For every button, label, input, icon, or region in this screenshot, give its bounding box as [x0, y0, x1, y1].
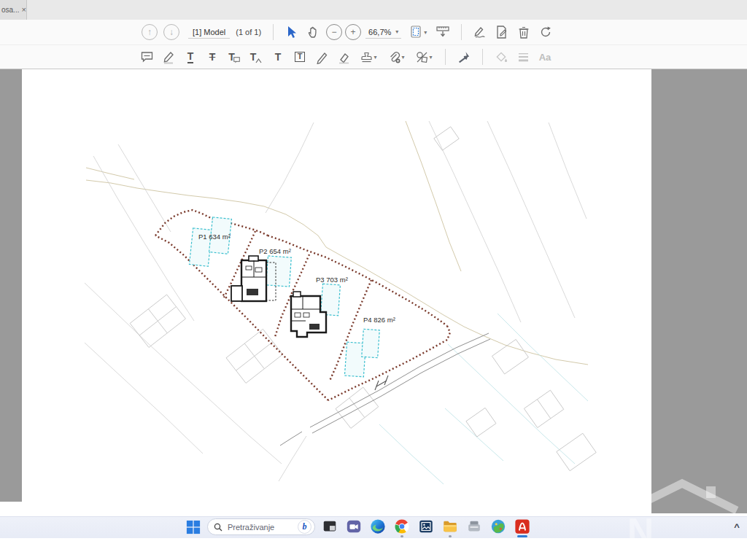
trash-icon — [516, 25, 531, 39]
replace-bubble-icon — [233, 57, 240, 63]
text-properties-button[interactable]: Aa — [534, 47, 556, 67]
plus-icon: + — [345, 24, 361, 40]
plot-label-p4: P4 826 m² — [363, 316, 395, 324]
eraser-icon — [337, 50, 351, 64]
file-explorer-icon[interactable] — [441, 518, 459, 535]
workspace-background — [651, 69, 747, 513]
page-edit-icon — [495, 25, 509, 39]
main-toolbar: ↑ ↓ [1] Model (1 of 1) − + 66,7% ▾ — [0, 20, 747, 45]
plot-label-p2: P2 654 m² — [259, 247, 291, 255]
edge-icon[interactable] — [369, 518, 387, 535]
running-indicator — [400, 535, 403, 537]
acrobat-icon[interactable] — [514, 518, 531, 535]
signature-icon — [473, 25, 487, 39]
paperclip-icon — [387, 50, 401, 64]
highlight-button[interactable] — [158, 47, 179, 67]
underline-text-button[interactable]: T — [179, 47, 201, 67]
windows-logo-icon — [186, 520, 201, 534]
search-input[interactable] — [226, 522, 294, 532]
cursor-arrow-icon — [285, 26, 298, 39]
chevron-down-icon: ▾ — [401, 54, 404, 61]
zoom-value: 66,7% — [368, 28, 391, 36]
scanner-app-icon[interactable] — [465, 518, 483, 535]
arrow-down-icon: ↓ — [163, 24, 179, 40]
keep-tool-selected-button[interactable] — [453, 47, 475, 67]
nav-panel-rail — [0, 69, 22, 502]
next-page-button[interactable]: ↓ — [160, 22, 182, 42]
minus-icon: − — [326, 24, 342, 40]
cadastre-tan-lines — [86, 121, 588, 365]
toolbar-separator — [461, 24, 462, 40]
search-icon — [214, 523, 222, 532]
start-button[interactable] — [185, 519, 201, 535]
proposed-houses — [189, 217, 379, 377]
insert-caret-icon — [255, 58, 262, 63]
add-text-icon: T — [275, 52, 282, 62]
highlighter-icon — [162, 50, 176, 64]
ruler-width-icon — [436, 25, 450, 39]
tab-bar: osa... × — [0, 0, 747, 20]
sign-button[interactable] — [469, 22, 491, 42]
bottom-strip — [0, 538, 747, 560]
strikethrough-text-button[interactable]: T — [201, 47, 223, 67]
tab-close-icon[interactable]: × — [22, 6, 26, 14]
acrobat-window: osa... × ↑ ↓ [1] Model (1 of 1) − + — [0, 0, 747, 560]
text-properties-icon: Aa — [539, 52, 551, 63]
chevron-down-icon: ▾ — [424, 29, 427, 36]
taskbar-app-icons — [321, 518, 531, 535]
paint-icon[interactable] — [489, 518, 507, 535]
line-thickness-button[interactable] — [512, 47, 534, 67]
rotate-button[interactable] — [535, 22, 557, 42]
erase-button[interactable] — [333, 47, 355, 67]
toolbar-separator — [482, 49, 483, 65]
tray-chevron-button[interactable]: ^ — [729, 519, 744, 534]
pushpin-icon — [457, 50, 471, 63]
drawing-tools-dropdown[interactable]: ▾ — [410, 47, 438, 67]
sticky-note-button[interactable] — [136, 47, 158, 67]
page-number-field[interactable]: [1] Model — [188, 26, 230, 39]
plot-label-p3: P3 703 m² — [316, 276, 348, 284]
comment-bubble-icon — [140, 50, 154, 64]
previous-page-button[interactable]: ↑ — [139, 22, 160, 42]
create-pdf-button[interactable] — [491, 22, 513, 42]
task-view-icon[interactable] — [321, 518, 338, 535]
fill-color-button[interactable] — [490, 47, 512, 67]
stamp-dropdown[interactable]: ▾ — [355, 47, 382, 67]
toolbar-separator — [445, 49, 446, 65]
running-indicator — [449, 535, 452, 537]
draw-button[interactable] — [311, 47, 333, 67]
insert-text-button[interactable]: T — [245, 47, 267, 67]
hand-tool-button[interactable] — [303, 22, 325, 42]
paint-bucket-icon — [495, 50, 508, 64]
delete-button[interactable] — [513, 22, 535, 42]
floor-plan-2 — [291, 292, 326, 337]
hand-icon — [307, 26, 320, 39]
teams-icon[interactable] — [345, 518, 363, 535]
attachment-dropdown[interactable]: ▾ — [382, 47, 410, 67]
document-tab[interactable]: osa... × — [0, 0, 27, 20]
active-indicator — [517, 535, 527, 537]
select-tool-button[interactable] — [281, 22, 303, 42]
stamp-icon — [360, 50, 374, 64]
replace-text-button[interactable]: T — [223, 47, 245, 67]
chrome-icon[interactable] — [393, 518, 411, 535]
plot-label-p1: P1 634 m² — [198, 233, 231, 241]
text-box-button[interactable]: T — [289, 47, 311, 67]
pencil-icon — [315, 50, 329, 64]
taskbar-search-box[interactable]: b — [207, 518, 315, 535]
line-weight-icon — [516, 50, 530, 64]
comment-toolbar: T T T T T T — [0, 45, 747, 69]
photos-icon[interactable] — [417, 518, 435, 535]
zoom-in-button[interactable]: + — [344, 22, 363, 42]
zoom-level-dropdown[interactable]: 66,7% ▾ — [365, 26, 401, 39]
page-display-dropdown[interactable]: ▾ — [404, 22, 432, 42]
rotate-icon — [538, 25, 553, 39]
fit-width-button[interactable] — [432, 22, 454, 42]
site-plan-drawing: P1 634 m² P2 654 m² P3 703 m² P4 826 m² — [22, 69, 651, 516]
page-count-label: (1 of 1) — [236, 28, 261, 36]
zoom-out-button[interactable]: − — [325, 22, 344, 42]
tab-title: osa... — [1, 6, 19, 14]
chevron-down-icon: ▾ — [395, 28, 398, 35]
add-text-button[interactable]: T — [267, 47, 289, 67]
underline-text-icon: T — [187, 51, 194, 63]
